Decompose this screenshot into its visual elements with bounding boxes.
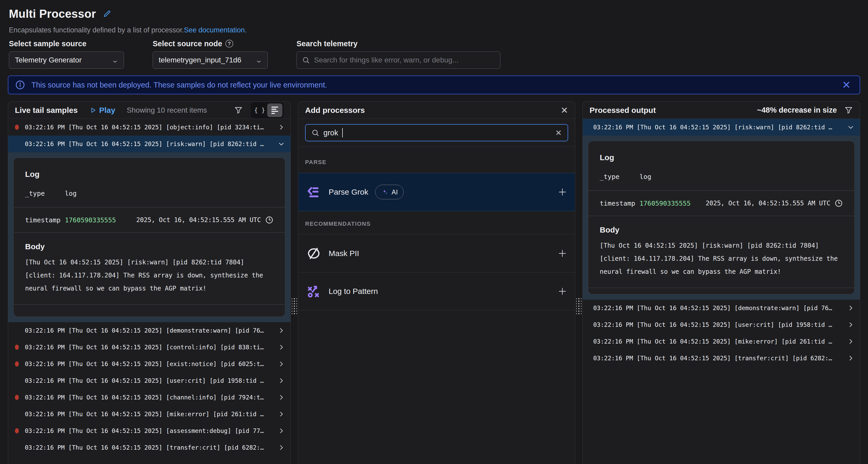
add-processor-plus-icon[interactable] [558,249,567,258]
sample-source-field: Select sample source Telemetry Generator… [9,39,124,69]
chevron-right-icon [278,361,285,367]
type-field-row: _type log [588,165,855,191]
source-node-label: Select source node [153,39,222,48]
filter-icon[interactable] [234,106,243,115]
type-field-row: _type log [13,182,285,207]
size-decrease-badge: ~48% decrease in size [757,106,837,114]
clock-icon [265,216,274,224]
output-row[interactable]: 03:22:16 PM [Thu Oct 16 04:52:15 2025] [… [583,350,860,367]
banner-close-button[interactable]: ✕ [840,80,853,90]
timestamp-value: 1760590335555 [640,200,691,207]
log-row[interactable]: 03:22:16 PM [Thu Oct 16 04:52:15 2025] [… [8,356,290,372]
banner-text: This source has not been deployed. These… [31,81,834,89]
log-row[interactable]: 03:22:16 PM [Thu Oct 16 04:52:15 2025] [… [8,423,290,439]
mask-pii-icon [306,246,329,261]
chevron-down-icon [278,140,285,147]
close-panel-button[interactable]: ✕ [561,105,568,115]
field-key: timestamp [600,200,640,207]
add-processors-header: Add processors ✕ [298,102,575,119]
add-processor-plus-icon[interactable] [558,287,567,296]
telemetry-search-input[interactable] [314,56,495,64]
processor-mask-pii[interactable]: Mask PII [298,234,575,272]
add-processor-plus-icon[interactable] [558,187,567,197]
showing-count-text: Showing 10 recent items [127,106,207,114]
search-telemetry-field: Search telemetry [297,39,500,69]
help-icon[interactable]: ? [225,40,233,47]
chevron-right-icon [278,411,285,418]
view-toggle: { } [251,102,284,118]
timestamp-field-row: timestamp 1760590335555 2025, Oct 16, 04… [13,207,285,233]
log-detail-card: Log _type log timestamp 1760590335555 20… [13,158,285,317]
source-node-select[interactable]: telemetrygen_input_71d6 ⌄ [153,52,268,69]
processed-output-title: Processed output [590,106,656,115]
clock-icon [835,199,843,207]
json-view-toggle[interactable]: { } [252,103,267,117]
log-body-text: [Thu Oct 16 04:52:15 2025] [risk:warn] [… [13,253,285,304]
timestamp-field-row: timestamp 1760590335555 2025, Oct 16, 04… [588,191,855,216]
field-key: timestamp [25,216,65,224]
output-row-selected[interactable]: 03:22:16 PM [Thu Oct 16 04:52:15 2025] [… [583,119,860,136]
chevron-down-icon: ⌄ [255,57,262,64]
sample-source-label: Select sample source [9,39,87,48]
play-label: Play [99,106,115,115]
log-row-text: 03:22:16 PM [Thu Oct 16 04:52:15 2025] [… [593,338,844,345]
field-value: log [65,190,76,197]
log-row-text: 03:22:16 PM [Thu Oct 16 04:52:15 2025] [… [25,427,274,434]
processor-search-input[interactable]: grok ✕ [305,124,568,141]
chevron-right-icon [278,327,285,334]
output-detail-card: Log _type log timestamp 1760590335555 20… [588,141,855,294]
telemetry-search-box [297,52,500,69]
output-row[interactable]: 03:22:16 PM [Thu Oct 16 04:52:15 2025] [… [583,333,860,350]
see-documentation-link[interactable]: See documentation. [184,26,247,34]
log-row-text: 03:22:16 PM [Thu Oct 16 04:52:15 2025] [… [25,140,274,147]
clear-search-icon[interactable]: ✕ [555,128,562,137]
body-heading: Body [13,233,285,253]
log-row-text: 03:22:16 PM [Thu Oct 16 04:52:15 2025] [… [25,394,274,401]
chevron-down-icon [847,124,854,131]
output-row[interactable]: 03:22:16 PM [Thu Oct 16 04:52:15 2025] [… [583,300,860,317]
log-row-selected[interactable]: 03:22:16 PM [Thu Oct 16 04:52:15 2025] [… [8,136,290,152]
search-query-text: grok [323,129,338,137]
log-row[interactable]: 03:22:16 PM [Thu Oct 16 04:52:15 2025] [… [8,322,290,339]
log-row[interactable]: 03:22:16 PM [Thu Oct 16 04:52:15 2025] [… [8,339,290,356]
filter-icon[interactable] [844,106,853,115]
page-title: Multi Processor [9,7,96,21]
field-key: _type [25,190,65,197]
body-heading: Body [588,216,855,236]
panel-resize-handle[interactable] [576,298,582,314]
chevron-right-icon [278,444,285,451]
processor-search-section: grok ✕ [298,119,575,147]
log-row[interactable]: 03:22:16 PM [Thu Oct 16 04:52:15 2025] [… [8,389,290,406]
log-row[interactable]: 03:22:16 PM [Thu Oct 16 04:52:15 2025] [… [8,439,290,456]
ai-badge: AI [375,185,404,199]
sample-source-select[interactable]: Telemetry Generator ⌄ [9,52,124,69]
error-dot-icon [15,361,19,367]
processor-log-to-pattern[interactable]: Log to Pattern [298,272,575,310]
error-dot-icon [15,344,19,350]
controls-row: Select sample source Telemetry Generator… [0,34,868,69]
timestamp-value: 1760590335555 [65,216,116,224]
output-row[interactable]: 03:22:16 PM [Thu Oct 16 04:52:15 2025] [… [583,317,860,333]
output-body-text: [Thu Oct 16 04:52:15 2025] [risk:warn] [… [588,236,855,288]
info-icon [15,80,25,90]
log-row-text: 03:22:16 PM [Thu Oct 16 04:52:15 2025] [… [25,327,274,334]
output-detail-expanded: Log _type log timestamp 1760590335555 20… [583,136,860,300]
processor-parse-grok[interactable]: Parse Grok AI [298,173,575,211]
play-button[interactable]: Play [90,106,115,115]
log-row[interactable]: 03:22:16 PM [Thu Oct 16 04:52:15 2025] [… [8,119,290,136]
log-row[interactable]: 03:22:16 PM [Thu Oct 16 04:52:15 2025] [… [8,406,290,423]
page-subtitle: Encapsulates functionality defined by a … [9,26,859,34]
pencil-icon [103,10,111,18]
add-processors-title: Add processors [305,106,365,115]
subtitle-text: Encapsulates functionality defined by a … [9,26,184,34]
deploy-warning-banner: This source has not been deployed. These… [8,75,860,94]
source-node-value: telemetrygen_input_71d6 [159,56,252,64]
log-row-text: 03:22:16 PM [Thu Oct 16 04:52:15 2025] [… [593,124,844,131]
log-row[interactable]: 03:22:16 PM [Thu Oct 16 04:52:15 2025] [… [8,372,290,389]
error-dot-icon [15,428,19,433]
list-view-toggle[interactable] [267,103,282,117]
edit-title-button[interactable] [103,10,111,18]
log-row-text: 03:22:16 PM [Thu Oct 16 04:52:15 2025] [… [25,377,274,384]
error-dot-icon [15,395,19,400]
panel-resize-handle[interactable] [292,298,297,314]
